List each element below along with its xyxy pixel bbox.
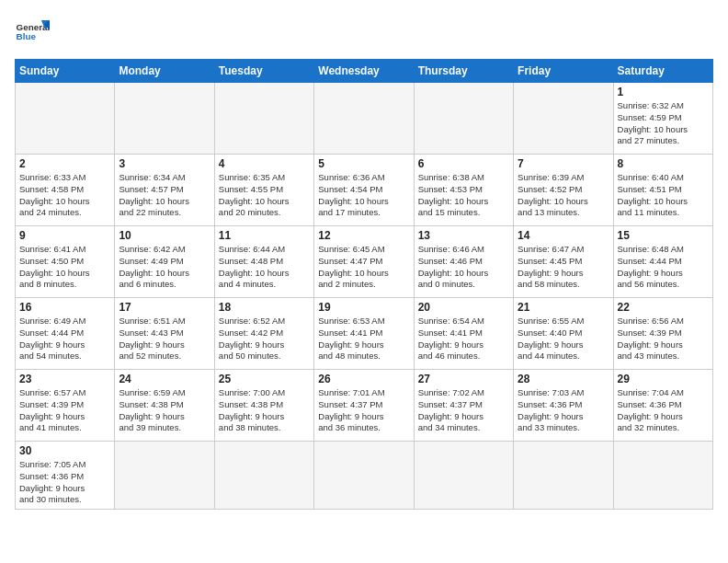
calendar-table: SundayMondayTuesdayWednesdayThursdayFrid… bbox=[15, 59, 713, 510]
day-number: 27 bbox=[418, 373, 509, 385]
day-info: Sunrise: 6:32 AM Sunset: 4:59 PM Dayligh… bbox=[618, 100, 709, 147]
day-info: Sunrise: 7:04 AM Sunset: 4:36 PM Dayligh… bbox=[618, 387, 709, 434]
day-number: 22 bbox=[618, 301, 709, 314]
calendar-cell: 26Sunrise: 7:01 AM Sunset: 4:37 PM Dayli… bbox=[314, 370, 414, 442]
calendar-cell: 2Sunrise: 6:33 AM Sunset: 4:58 PM Daylig… bbox=[16, 155, 115, 226]
day-info: Sunrise: 6:49 AM Sunset: 4:44 PM Dayligh… bbox=[19, 316, 110, 362]
day-info: Sunrise: 6:46 AM Sunset: 4:46 PM Dayligh… bbox=[418, 244, 509, 291]
day-number: 17 bbox=[119, 301, 210, 314]
header: General Blue bbox=[15, 15, 713, 50]
day-info: Sunrise: 6:44 AM Sunset: 4:48 PM Dayligh… bbox=[219, 244, 310, 291]
day-number: 12 bbox=[318, 229, 409, 242]
day-number: 14 bbox=[518, 229, 609, 242]
day-number: 9 bbox=[19, 229, 110, 242]
calendar-cell: 17Sunrise: 6:51 AM Sunset: 4:43 PM Dayli… bbox=[115, 298, 214, 370]
day-number: 24 bbox=[119, 373, 210, 385]
day-number: 30 bbox=[19, 444, 110, 457]
calendar-cell: 25Sunrise: 7:00 AM Sunset: 4:38 PM Dayli… bbox=[214, 370, 313, 442]
day-number: 15 bbox=[618, 229, 709, 242]
calendar-cell: 15Sunrise: 6:48 AM Sunset: 4:44 PM Dayli… bbox=[613, 226, 712, 298]
day-number: 1 bbox=[618, 86, 709, 98]
logo: General Blue bbox=[15, 15, 50, 50]
day-info: Sunrise: 7:02 AM Sunset: 4:37 PM Dayligh… bbox=[418, 387, 509, 434]
day-number: 10 bbox=[119, 229, 210, 242]
day-info: Sunrise: 6:53 AM Sunset: 4:41 PM Dayligh… bbox=[318, 316, 409, 362]
day-number: 6 bbox=[418, 157, 509, 170]
day-number: 4 bbox=[219, 157, 310, 170]
day-number: 2 bbox=[19, 157, 110, 170]
day-info: Sunrise: 7:05 AM Sunset: 4:36 PM Dayligh… bbox=[19, 459, 110, 506]
calendar-cell: 12Sunrise: 6:45 AM Sunset: 4:47 PM Dayli… bbox=[314, 226, 414, 298]
calendar-cell bbox=[414, 442, 513, 510]
day-info: Sunrise: 7:03 AM Sunset: 4:36 PM Dayligh… bbox=[518, 387, 609, 434]
calendar-cell: 22Sunrise: 6:56 AM Sunset: 4:39 PM Dayli… bbox=[613, 298, 712, 370]
calendar-cell bbox=[414, 83, 513, 155]
day-info: Sunrise: 7:00 AM Sunset: 4:38 PM Dayligh… bbox=[219, 387, 310, 434]
calendar-week-row: 1Sunrise: 6:32 AM Sunset: 4:59 PM Daylig… bbox=[16, 83, 713, 155]
day-info: Sunrise: 6:45 AM Sunset: 4:47 PM Dayligh… bbox=[318, 244, 409, 291]
day-number: 23 bbox=[19, 373, 110, 385]
calendar-day-header-saturday: Saturday bbox=[613, 60, 712, 83]
calendar-cell: 6Sunrise: 6:38 AM Sunset: 4:53 PM Daylig… bbox=[414, 155, 513, 226]
day-number: 16 bbox=[19, 301, 110, 314]
calendar-cell: 18Sunrise: 6:52 AM Sunset: 4:42 PM Dayli… bbox=[214, 298, 313, 370]
generalblue-logo-icon: General Blue bbox=[15, 15, 50, 50]
calendar-week-row: 30Sunrise: 7:05 AM Sunset: 4:36 PM Dayli… bbox=[16, 442, 713, 510]
day-info: Sunrise: 6:48 AM Sunset: 4:44 PM Dayligh… bbox=[618, 244, 709, 291]
calendar-cell: 28Sunrise: 7:03 AM Sunset: 4:36 PM Dayli… bbox=[514, 370, 613, 442]
calendar-cell: 4Sunrise: 6:35 AM Sunset: 4:55 PM Daylig… bbox=[214, 155, 313, 226]
calendar-cell: 8Sunrise: 6:40 AM Sunset: 4:51 PM Daylig… bbox=[613, 155, 712, 226]
calendar-cell: 5Sunrise: 6:36 AM Sunset: 4:54 PM Daylig… bbox=[314, 155, 414, 226]
calendar-cell: 7Sunrise: 6:39 AM Sunset: 4:52 PM Daylig… bbox=[514, 155, 613, 226]
day-info: Sunrise: 6:59 AM Sunset: 4:38 PM Dayligh… bbox=[119, 387, 210, 434]
day-info: Sunrise: 6:34 AM Sunset: 4:57 PM Dayligh… bbox=[119, 172, 210, 219]
day-info: Sunrise: 6:52 AM Sunset: 4:42 PM Dayligh… bbox=[219, 316, 310, 362]
calendar-cell bbox=[115, 83, 214, 155]
calendar-cell: 11Sunrise: 6:44 AM Sunset: 4:48 PM Dayli… bbox=[214, 226, 313, 298]
day-number: 18 bbox=[219, 301, 310, 314]
calendar-cell bbox=[115, 442, 214, 510]
day-number: 26 bbox=[318, 373, 409, 385]
calendar-day-header-thursday: Thursday bbox=[414, 60, 513, 83]
svg-text:Blue: Blue bbox=[17, 31, 37, 41]
day-info: Sunrise: 6:36 AM Sunset: 4:54 PM Dayligh… bbox=[318, 172, 409, 219]
calendar-cell bbox=[314, 83, 414, 155]
calendar-cell bbox=[314, 442, 414, 510]
calendar-cell: 10Sunrise: 6:42 AM Sunset: 4:49 PM Dayli… bbox=[115, 226, 214, 298]
day-number: 21 bbox=[518, 301, 609, 314]
day-info: Sunrise: 6:42 AM Sunset: 4:49 PM Dayligh… bbox=[119, 244, 210, 291]
day-info: Sunrise: 6:56 AM Sunset: 4:39 PM Dayligh… bbox=[618, 316, 709, 362]
day-number: 7 bbox=[518, 157, 609, 170]
calendar-day-header-monday: Monday bbox=[115, 60, 214, 83]
calendar-day-header-tuesday: Tuesday bbox=[214, 60, 313, 83]
calendar-cell: 21Sunrise: 6:55 AM Sunset: 4:40 PM Dayli… bbox=[514, 298, 613, 370]
day-info: Sunrise: 6:33 AM Sunset: 4:58 PM Dayligh… bbox=[19, 172, 110, 219]
day-info: Sunrise: 6:57 AM Sunset: 4:39 PM Dayligh… bbox=[19, 387, 110, 434]
day-info: Sunrise: 6:41 AM Sunset: 4:50 PM Dayligh… bbox=[19, 244, 110, 291]
day-info: Sunrise: 6:55 AM Sunset: 4:40 PM Dayligh… bbox=[518, 316, 609, 362]
day-number: 20 bbox=[418, 301, 509, 314]
calendar-cell: 1Sunrise: 6:32 AM Sunset: 4:59 PM Daylig… bbox=[613, 83, 712, 155]
day-number: 5 bbox=[318, 157, 409, 170]
calendar-day-header-wednesday: Wednesday bbox=[314, 60, 414, 83]
calendar-cell bbox=[514, 442, 613, 510]
calendar-cell: 29Sunrise: 7:04 AM Sunset: 4:36 PM Dayli… bbox=[613, 370, 712, 442]
calendar-cell: 27Sunrise: 7:02 AM Sunset: 4:37 PM Dayli… bbox=[414, 370, 513, 442]
calendar-cell: 16Sunrise: 6:49 AM Sunset: 4:44 PM Dayli… bbox=[16, 298, 115, 370]
day-info: Sunrise: 7:01 AM Sunset: 4:37 PM Dayligh… bbox=[318, 387, 409, 434]
calendar-cell: 20Sunrise: 6:54 AM Sunset: 4:41 PM Dayli… bbox=[414, 298, 513, 370]
calendar-cell bbox=[514, 83, 613, 155]
day-info: Sunrise: 6:54 AM Sunset: 4:41 PM Dayligh… bbox=[418, 316, 509, 362]
calendar-cell bbox=[613, 442, 712, 510]
calendar-cell: 19Sunrise: 6:53 AM Sunset: 4:41 PM Dayli… bbox=[314, 298, 414, 370]
calendar-cell bbox=[214, 83, 313, 155]
day-number: 28 bbox=[518, 373, 609, 385]
calendar-cell bbox=[16, 83, 115, 155]
day-number: 13 bbox=[418, 229, 509, 242]
day-info: Sunrise: 6:35 AM Sunset: 4:55 PM Dayligh… bbox=[219, 172, 310, 219]
calendar-cell: 9Sunrise: 6:41 AM Sunset: 4:50 PM Daylig… bbox=[16, 226, 115, 298]
calendar-cell: 30Sunrise: 7:05 AM Sunset: 4:36 PM Dayli… bbox=[16, 442, 115, 510]
calendar-day-header-sunday: Sunday bbox=[16, 60, 115, 83]
calendar-week-row: 16Sunrise: 6:49 AM Sunset: 4:44 PM Dayli… bbox=[16, 298, 713, 370]
day-info: Sunrise: 6:51 AM Sunset: 4:43 PM Dayligh… bbox=[119, 316, 210, 362]
